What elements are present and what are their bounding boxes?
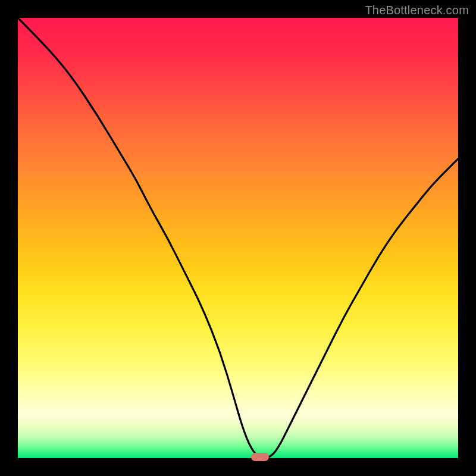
optimal-marker [251,453,269,461]
watermark-text: TheBottleneck.com [365,4,469,17]
chart-frame: TheBottleneck.com [0,0,476,476]
bottleneck-curve [18,18,458,458]
plot-area [18,18,458,458]
